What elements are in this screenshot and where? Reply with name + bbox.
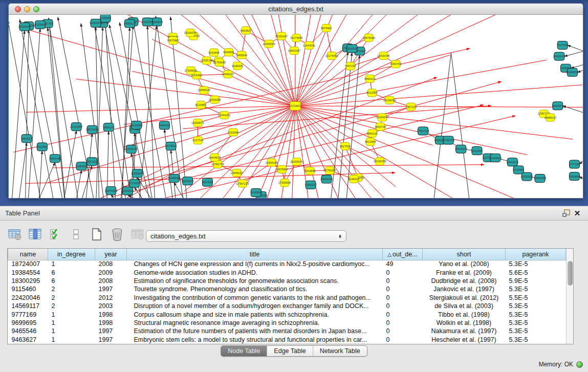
table-cell[interactable]: Changes of HCN gene expression and I(f) … [127,260,383,268]
table-cell[interactable]: Franke et al. (2009) [423,268,506,276]
table-cell[interactable]: 2003 [95,302,127,310]
table-cell[interactable]: 5.9E-5 [506,277,566,285]
table-cell[interactable]: Tourette syndrome. Phenomenology and cla… [127,285,383,293]
table-cell[interactable]: 9699695 [8,319,48,327]
table-cell[interactable]: Estimation of the future numbers of pati… [127,327,383,335]
table-cell[interactable]: 1998 [95,310,127,318]
table-cell[interactable]: 1 [48,327,95,335]
zoom-window-icon[interactable] [33,6,39,12]
table-cell[interactable]: 5.3E-5 [506,260,566,268]
table-cell[interactable]: 5.3E-5 [506,336,566,344]
table-cell[interactable]: Embryonic stem cells: a model to study s… [127,336,383,344]
table-cell[interactable]: 6 [48,277,95,285]
table-cell[interactable]: 0 [383,327,423,335]
table-cell[interactable]: 9463627 [8,336,48,344]
table-cell[interactable]: 0 [383,277,423,285]
table-cell[interactable]: 1997 [95,327,127,335]
create-column-icon[interactable] [89,227,104,242]
select-all-rows-icon[interactable] [48,227,63,242]
delete-column-icon[interactable] [110,227,125,242]
column-header-pagerank[interactable]: pagerank [506,249,566,260]
table-row[interactable]: 2242004622012Investigating the contribut… [8,294,566,302]
close-window-icon[interactable] [15,6,21,12]
table-cell[interactable]: 14569117 [8,302,48,310]
table-cell[interactable]: Dudbridge et al. (2008) [423,277,506,285]
table-cell[interactable]: 2 [48,294,95,302]
citation-network-graph[interactable]: 7957224224200468454749986012389129542822… [9,15,583,198]
table-mode-icon[interactable] [7,227,23,242]
table-cell[interactable]: 18300295 [8,277,48,285]
tab-network-table[interactable]: Network Table [313,346,367,356]
table-cell[interactable]: 0 [383,268,423,276]
float-panel-icon[interactable] [560,209,572,218]
table-cell[interactable]: Estimation of significance thresholds fo… [127,277,383,285]
table-cell[interactable]: 6 [48,268,95,276]
table-cell[interactable]: 22420046 [8,294,48,302]
table-row[interactable]: 977716911998Corpus callosum shape and si… [8,310,566,318]
network-window-titlebar[interactable]: citations_edges.txt [9,4,583,15]
table-row[interactable]: 946554611997Estimation of the future num… [8,327,566,335]
table-cell[interactable]: 0 [383,319,423,327]
table-cell[interactable]: 0 [383,336,423,344]
minimize-window-icon[interactable] [24,6,30,12]
table-cell[interactable]: Wolkin et al. (1998) [423,319,506,327]
table-cell[interactable]: 2 [48,285,95,293]
table-cell[interactable]: 2012 [95,294,127,302]
table-row[interactable]: 1872400712008Changes of HCN gene express… [8,260,566,268]
table-vertical-scrollbar[interactable] [566,249,573,344]
table-cell[interactable]: 1 [48,310,95,318]
close-panel-icon[interactable]: ✕ [572,209,583,218]
table-cell[interactable]: 18724007 [8,260,48,268]
table-cell[interactable]: 2 [48,302,95,310]
network-window[interactable]: citations_edges.txt 79572242242004684547… [8,3,583,199]
tab-edge-table[interactable]: Edge Table [267,346,312,356]
table-row[interactable]: 1938455462009Genome-wide association stu… [8,268,566,276]
table-source-dropdown[interactable]: citations_edges.txt ▲▼ [146,230,346,242]
column-header-out-degree[interactable]: △out_de... [383,249,423,260]
table-cell[interactable]: 0 [383,294,423,302]
tab-node-table[interactable]: Node Table [221,346,267,356]
table-cell[interactable]: 2008 [95,277,127,285]
table-cell[interactable]: 1997 [95,336,127,344]
table-cell[interactable]: Tibbo et al. (1998) [423,310,506,318]
network-graph-canvas[interactable]: 7957224224200468454749986012389129542822… [9,15,583,198]
table-cell[interactable]: 1 [48,319,95,327]
table-cell[interactable]: 1997 [95,285,127,293]
table-cell[interactable]: Stergiakouli et al. (2012) [423,294,506,302]
table-cell[interactable]: 2009 [95,268,127,276]
table-cell[interactable]: 49 [383,260,423,268]
table-cell[interactable]: 9465546 [8,327,48,335]
table-row[interactable]: 969969511998Structural magnetic resonanc… [8,319,566,327]
table-cell[interactable]: 0 [383,302,423,310]
column-header-year[interactable]: year [95,249,127,260]
column-header-in-degree[interactable]: in_degree [48,249,95,260]
table-cell[interactable]: 0 [383,285,423,293]
scrollbar-thumb[interactable] [568,261,573,286]
table-cell[interactable]: 19384554 [8,268,48,276]
table-cell[interactable]: 5.3E-5 [506,310,566,318]
table-cell[interactable]: Genome-wide association studies in ADHD. [127,268,383,276]
show-columns-icon[interactable] [28,227,43,242]
table-row[interactable]: 911546021997Tourette syndrome. Phenomeno… [8,285,566,293]
table-row[interactable]: 1456911722003Disruption of a novel membe… [8,302,566,310]
table-cell[interactable]: 1 [48,260,95,268]
table-cell[interactable]: 0 [383,310,423,318]
table-cell[interactable]: de Silva et al. (2003) [423,302,506,310]
table-cell[interactable]: 1998 [95,319,127,327]
table-row[interactable]: 946362711997Embryonic stem cells: a mode… [8,336,566,344]
table-cell[interactable]: Investigating the contribution of common… [127,294,383,302]
table-cell[interactable]: Hescheler et al. (1997) [423,336,506,344]
table-cell[interactable]: Corpus callosum shape and size in male p… [127,310,383,318]
table-cell[interactable]: 5.3E-5 [506,327,566,335]
delete-table-disabled-icon[interactable] [130,227,145,242]
table-cell[interactable]: Jankovic et al. (1997) [423,285,506,293]
table-cell[interactable]: 5.6E-5 [506,268,566,276]
table-cell[interactable]: 5.3E-5 [506,285,566,293]
clear-selection-icon[interactable] [69,227,84,242]
column-header-title[interactable]: title [127,249,383,260]
column-header-short[interactable]: short [423,249,506,260]
table-cell[interactable]: 9777169 [8,310,48,318]
table-cell[interactable]: 5.5E-5 [506,294,566,302]
table-cell[interactable]: Yano et al. (2008) [423,260,506,268]
table-cell[interactable]: 5.3E-5 [506,302,566,310]
